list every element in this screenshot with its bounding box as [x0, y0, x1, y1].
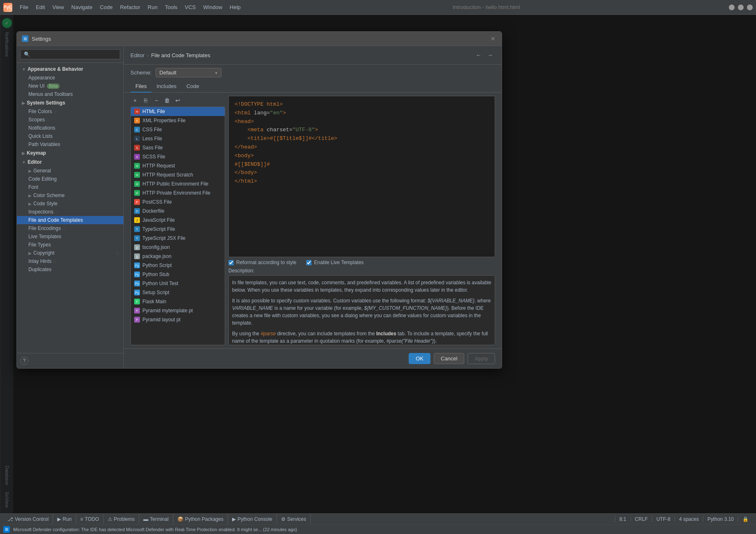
- problems-label: Problems: [114, 516, 135, 522]
- tree-item-scopes[interactable]: Scopes □: [17, 116, 123, 124]
- tree-item-livetemplates[interactable]: Live Templates: [17, 232, 123, 241]
- version-control-tab[interactable]: ⎇ Version Control: [3, 514, 53, 525]
- file-item-less[interactable]: L Less File: [131, 134, 225, 143]
- python-console-tab[interactable]: ▶ Python Console: [228, 514, 277, 525]
- tab-files[interactable]: Files: [130, 81, 151, 93]
- tree-item-filetypes[interactable]: File Types: [17, 241, 123, 249]
- menu-vcs[interactable]: VCS: [181, 2, 199, 12]
- file-item-docker[interactable]: D Dockerfile: [131, 207, 225, 216]
- menu-edit[interactable]: Edit: [33, 2, 48, 12]
- copy-template-button[interactable]: ⎘: [141, 96, 150, 105]
- tree-item-general[interactable]: ▶ General: [17, 167, 123, 175]
- services-tab[interactable]: ⚙ Services: [277, 514, 311, 525]
- file-item-tsx[interactable]: T TypeScript JSX File: [131, 234, 225, 243]
- tree-item-colorscheme[interactable]: ▶ Color Scheme: [17, 191, 123, 200]
- terminal-tab[interactable]: ▬ Terminal: [139, 514, 173, 525]
- file-item-pyramid-layout[interactable]: P Pyramid layout pt: [131, 315, 225, 324]
- live-templates-checkbox[interactable]: [306, 260, 312, 265]
- tree-item-newui[interactable]: New UI Beta: [17, 82, 123, 90]
- file-item-http-public[interactable]: H HTTP Public Environment File: [131, 179, 225, 188]
- ok-button[interactable]: OK: [409, 353, 430, 364]
- tree-item-inspections[interactable]: Inspections □: [17, 208, 123, 216]
- file-item-python-stub[interactable]: Py Python Stub: [131, 270, 225, 279]
- file-item-http[interactable]: H HTTP Request: [131, 161, 225, 170]
- file-item-html[interactable]: H HTML File: [131, 107, 225, 116]
- file-item-label: Python Unit Test: [142, 281, 178, 286]
- menu-view[interactable]: View: [49, 2, 67, 12]
- file-item-css[interactable]: C CSS File: [131, 125, 225, 134]
- file-item-postcss[interactable]: P PostCSS File: [131, 197, 225, 207]
- settings-main: Editor › File and Code Templates ← → Sch…: [124, 46, 502, 368]
- tree-item-codestyle[interactable]: ▶ Code Style: [17, 200, 123, 208]
- menu-help[interactable]: Help: [226, 2, 244, 12]
- tree-section-appearance[interactable]: ▼ Appearance & Behavior: [17, 65, 123, 74]
- file-item-label: HTTP Public Environment File: [142, 181, 209, 187]
- apply-button[interactable]: Apply: [468, 353, 495, 364]
- menu-run[interactable]: Run: [144, 2, 161, 12]
- tree-section-system[interactable]: ▶ System Settings: [17, 98, 123, 107]
- tree-item-appearance[interactable]: Appearance: [17, 74, 123, 82]
- tree-item-duplicates[interactable]: Duplicates: [17, 265, 123, 274]
- menu-navigate[interactable]: Navigate: [68, 2, 95, 12]
- file-item-http-private[interactable]: H HTTP Private Environment File: [131, 188, 225, 197]
- file-item-ts[interactable]: T TypeScript File: [131, 225, 225, 234]
- tree-item-filecolors[interactable]: File Colors □: [17, 107, 123, 116]
- file-item-python-test[interactable]: Py Python Unit Test: [131, 279, 225, 288]
- file-item-xml[interactable]: X XML Properties File: [131, 116, 225, 125]
- menu-file[interactable]: File: [16, 2, 32, 12]
- minimize-button[interactable]: −: [729, 5, 735, 10]
- menu-tools[interactable]: Tools: [162, 2, 181, 12]
- dialog-close-button[interactable]: ✕: [489, 35, 497, 42]
- tree-item-codeediting[interactable]: Code Editing: [17, 175, 123, 183]
- search-input[interactable]: [20, 49, 120, 59]
- file-item-package[interactable]: {} package.json: [131, 252, 225, 261]
- file-item-pyramid-my[interactable]: P Pyramid mytemplate pt: [131, 306, 225, 315]
- file-item-setup[interactable]: Py Setup Script: [131, 288, 225, 297]
- tree-item-copyright[interactable]: ▶ Copyright □: [17, 249, 123, 257]
- delete-template-button[interactable]: 🗑: [163, 96, 172, 105]
- tree-item-notifications[interactable]: Notifications: [17, 124, 123, 132]
- tab-includes[interactable]: Includes: [151, 81, 181, 93]
- maximize-button[interactable]: □: [738, 5, 744, 10]
- close-button[interactable]: ×: [747, 5, 753, 10]
- tree-item-font[interactable]: Font: [17, 183, 123, 191]
- file-item-sass[interactable]: S Sass File: [131, 143, 225, 152]
- problems-tab[interactable]: ⚠ Problems: [104, 514, 140, 525]
- python-packages-tab[interactable]: 📦 Python Packages: [173, 514, 228, 525]
- file-item-tsconfig[interactable]: {} tsconfig.json: [131, 243, 225, 252]
- tree-section-keymap[interactable]: ▶ Keymap: [17, 149, 123, 158]
- tree-item-fileencodings[interactable]: File Encodings □: [17, 224, 123, 232]
- templates-area: + ⎘ − 🗑 ↩ H HTML File: [124, 93, 502, 348]
- tree-item-quicklists[interactable]: Quick Lists: [17, 132, 123, 140]
- file-item-scss[interactable]: S SCSS File: [131, 152, 225, 161]
- reformat-checkbox-label[interactable]: Reformat according to style: [228, 260, 296, 265]
- tab-code[interactable]: Code: [181, 81, 204, 93]
- live-templates-checkbox-label[interactable]: Enable Live Templates: [306, 260, 364, 265]
- cancel-button[interactable]: Cancel: [434, 353, 464, 364]
- tree-item-filetemplates[interactable]: File and Code Templates: [17, 216, 123, 224]
- reformat-checkbox[interactable]: [228, 260, 234, 265]
- menu-window[interactable]: Window: [200, 2, 226, 12]
- chevron-icon: ▶: [28, 251, 32, 255]
- reset-template-button[interactable]: ↩: [173, 96, 182, 105]
- help-button[interactable]: ?: [20, 357, 28, 365]
- menu-refactor[interactable]: Refactor: [117, 2, 144, 12]
- todo-tab[interactable]: ≡ TODO: [76, 514, 103, 525]
- file-item-js[interactable]: J JavaScript File: [131, 216, 225, 225]
- file-item-http-scratch[interactable]: H HTTP Request Scratch: [131, 170, 225, 179]
- nav-forward-button[interactable]: →: [485, 50, 495, 60]
- remove-template-button[interactable]: −: [152, 96, 161, 105]
- code-line: <head>: [235, 118, 489, 126]
- tree-item-menus[interactable]: Menus and Toolbars: [17, 90, 123, 98]
- scheme-select[interactable]: Default: [156, 68, 221, 77]
- file-item-flask[interactable]: F Flask Main: [131, 297, 225, 306]
- run-tab[interactable]: ▶ Run: [53, 514, 76, 525]
- nav-back-button[interactable]: ←: [474, 50, 484, 60]
- code-editor[interactable]: <!DOCTYPE html> <html lang="en"> <head> …: [228, 96, 495, 257]
- menu-code[interactable]: Code: [97, 2, 116, 12]
- add-template-button[interactable]: +: [130, 96, 140, 105]
- tree-item-inlayhints[interactable]: Inlay Hints □: [17, 257, 123, 265]
- file-item-python[interactable]: Py Python Script: [131, 261, 225, 270]
- tree-item-pathvars[interactable]: Path Variables: [17, 140, 123, 149]
- tree-section-editor[interactable]: ▼ Editor: [17, 158, 123, 167]
